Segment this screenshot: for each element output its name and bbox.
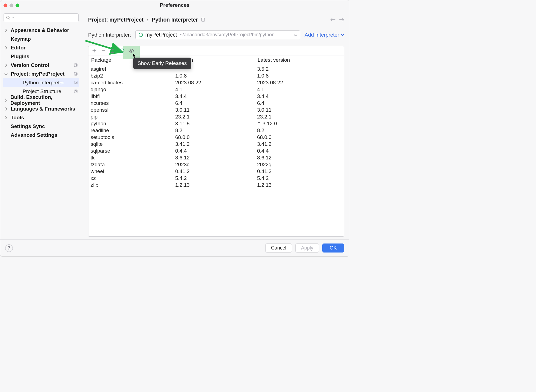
package-latest: 5.4.2 [257,175,269,181]
sidebar-item-label: Project: myPetProject [11,71,64,77]
close-window-button[interactable] [4,4,7,7]
pin-icon[interactable] [201,17,205,23]
sidebar-item[interactable]: Tools [3,113,79,122]
package-name: sqlparse [91,148,175,154]
package-row[interactable]: tk8.6.128.6.12 [88,154,344,161]
package-version: 8.2 [175,127,257,133]
breadcrumb-project: Project: myPetProject [88,17,144,23]
conda-packages-button[interactable] [117,46,127,55]
package-row[interactable]: sqlite3.41.23.41.2 [88,141,344,147]
breadcrumb: Project: myPetProject › Python Interpret… [88,14,344,25]
package-latest: 3.0.11 [257,107,272,113]
sidebar-item[interactable]: Project: myPetProject [3,70,79,78]
search-box[interactable] [4,13,79,22]
search-input[interactable] [16,15,76,21]
package-name: libffi [91,93,175,99]
window-title: Preferences [0,2,349,8]
package-row[interactable]: ca-certificates2023.08.222023.08.22 [88,79,344,86]
package-row[interactable]: wheel0.41.20.41.2 [88,168,344,175]
package-name: pip [91,114,175,120]
sidebar-item[interactable]: Version Control [3,61,79,70]
package-row[interactable]: sqlparse0.4.40.4.4 [88,147,344,154]
settings-tree: Appearance & BehaviorKeymapEditorPlugins… [3,26,79,139]
upgrade-available-icon [257,121,261,127]
package-row[interactable]: bzip21.0.81.0.8 [88,72,344,79]
package-name: xz [91,175,175,181]
package-version: 23.2.1 [175,114,257,120]
zoom-window-button[interactable] [16,4,19,7]
breadcrumb-separator: › [147,17,149,23]
package-name: django [91,87,175,93]
nav-forward-icon[interactable] [339,17,344,23]
chevron-right-icon [4,99,8,102]
sidebar-item[interactable]: Python Interpreter [3,78,79,87]
sidebar-item[interactable]: Keymap [3,35,79,43]
titlebar: Preferences [0,0,349,10]
packages-body[interactable]: asgiref3.5.2bzip21.0.81.0.8ca-certificat… [88,65,344,236]
svg-rect-9 [75,91,77,92]
add-interpreter-link[interactable]: Add Interpreter [305,32,344,38]
sidebar-item[interactable]: Appearance & Behavior [3,26,79,35]
package-row[interactable]: django4.14.1 [88,86,344,93]
sidebar-item[interactable]: Editor [3,43,79,52]
col-latest[interactable]: Latest version [258,57,343,63]
svg-rect-4 [74,72,77,75]
interpreter-label: Python Interpreter: [88,32,131,38]
package-latest: 3.12.0 [263,121,277,127]
upgrade-package-button[interactable] [108,46,117,55]
package-name: python [91,121,175,127]
package-row[interactable]: asgiref3.5.2 [88,66,344,72]
interpreter-name: myPetProject [145,32,177,38]
sidebar-item-label: Project Structure [23,88,61,94]
svg-rect-3 [75,64,77,66]
package-version: 4.1 [175,87,257,93]
sidebar-item[interactable]: Build, Execution, Deployment [3,96,79,105]
add-interpreter-label: Add Interpreter [305,32,339,38]
package-row[interactable]: tzdata2023c2022g [88,161,344,168]
interpreter-dropdown[interactable]: myPetProject ~/anaconda3/envs/myPetProje… [135,30,300,39]
package-row[interactable]: ncurses6.46.4 [88,100,344,106]
package-name: ncurses [91,100,175,106]
package-row[interactable]: python3.11.53.12.0 [88,120,344,127]
scope-icon [74,71,78,77]
window-controls [4,4,19,7]
package-version: 3.4.4 [175,93,257,99]
package-name: wheel [91,168,175,174]
nav-back-icon[interactable] [330,17,335,23]
eye-icon [129,49,134,53]
sidebar-item-label: Keymap [11,36,31,42]
scope-icon [74,80,78,86]
package-version: 1.2.13 [175,182,257,188]
remove-package-button[interactable] [99,46,108,55]
package-row[interactable]: zlib1.2.131.2.13 [88,182,344,188]
chevron-right-icon [4,64,8,67]
package-row[interactable]: readline8.28.2 [88,127,344,134]
scope-icon [74,62,78,68]
help-button[interactable]: ? [5,244,13,252]
sidebar-item[interactable]: Settings Sync [3,122,79,131]
package-row[interactable]: pip23.2.123.2.1 [88,113,344,120]
add-package-button[interactable] [90,46,99,55]
sidebar-item[interactable]: Plugins [3,52,79,61]
apply-button[interactable]: Apply [295,243,319,253]
sidebar-item[interactable]: Languages & Frameworks [3,105,79,113]
package-row[interactable]: libffi3.4.43.4.4 [88,93,344,100]
search-dropdown-icon[interactable] [12,17,14,19]
sidebar-item-label: Editor [11,45,26,51]
sidebar-item-label: Settings Sync [11,123,45,129]
package-row[interactable]: openssl3.0.113.0.11 [88,106,344,113]
sidebar-item[interactable]: Advanced Settings [3,131,79,139]
chevron-right-icon [4,116,8,119]
ok-button[interactable]: OK [322,243,344,253]
package-latest: 68.0.0 [257,134,272,140]
cancel-button[interactable]: Cancel [265,243,292,253]
tooltip-text: Show Early Releases [138,60,187,66]
package-version: 2023c [175,162,257,168]
svg-rect-8 [74,90,77,93]
minimize-window-button[interactable] [10,4,13,7]
package-row[interactable]: xz5.4.25.4.2 [88,175,344,182]
package-name: bzip2 [91,73,175,79]
package-row[interactable]: setuptools68.0.068.0.0 [88,134,344,141]
package-version: 3.11.5 [175,121,257,127]
package-latest: 6.4 [257,100,264,106]
